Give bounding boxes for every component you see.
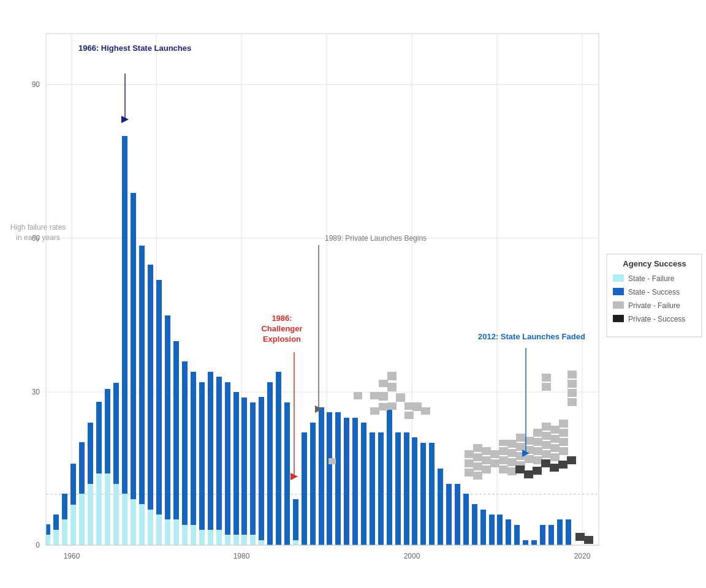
svg-rect-84 [335,412,341,545]
svg-rect-164 [525,455,534,463]
svg-rect-135 [404,412,414,419]
svg-text:1986:: 1986: [271,314,292,323]
svg-rect-174 [542,383,551,391]
svg-rect-25 [88,484,93,545]
svg-rect-28 [96,402,102,473]
svg-rect-158 [516,434,525,442]
svg-rect-54 [208,372,213,530]
svg-rect-113 [489,514,495,545]
svg-rect-59 [233,535,239,545]
svg-rect-106 [429,443,435,545]
svg-rect-138 [465,450,474,458]
svg-rect-68 [267,382,273,545]
svg-rect-21 [70,504,76,545]
svg-rect-130 [387,372,397,380]
svg-rect-132 [387,402,397,410]
svg-rect-41 [156,514,162,545]
svg-rect-168 [533,456,542,464]
svg-rect-171 [542,441,551,449]
svg-rect-20 [62,494,67,519]
svg-rect-23 [79,494,85,545]
svg-rect-51 [199,530,205,545]
svg-rect-179 [559,420,568,428]
svg-rect-176 [550,435,560,443]
svg-rect-88 [352,418,358,545]
svg-rect-24 [79,442,85,494]
svg-rect-153 [499,440,508,446]
svg-rect-30 [105,389,110,473]
svg-rect-37 [139,504,145,545]
svg-rect-40 [148,265,153,510]
svg-rect-64 [250,402,256,535]
svg-rect-66 [259,397,264,540]
svg-text:2000: 2000 [404,552,420,560]
svg-text:1966: Highest State Launches: 1966: Highest State Launches [78,43,191,53]
svg-rect-34 [122,136,127,494]
svg-rect-191 [550,464,559,472]
svg-rect-167 [533,447,542,455]
svg-rect-118 [531,540,537,545]
svg-rect-131 [387,383,397,391]
svg-rect-100 [404,432,409,545]
svg-rect-193 [567,456,576,464]
svg-rect-29 [105,473,110,545]
legend-private-failure: Private - Failure [628,301,680,310]
svg-rect-55 [216,530,222,545]
svg-rect-188 [524,470,533,478]
svg-rect-157 [507,467,517,475]
svg-rect-18 [53,514,59,530]
svg-rect-152 [499,466,508,473]
legend-title: Agency Success [623,259,686,268]
svg-text:1989: Private Launches Begins: 1989: Private Launches Begins [325,234,427,243]
svg-rect-170 [542,432,551,440]
svg-rect-145 [482,447,491,455]
svg-rect-192 [558,461,567,469]
svg-rect-156 [507,458,517,466]
svg-rect-125 [370,407,379,415]
svg-rect-112 [480,510,486,545]
svg-rect-147 [482,466,491,473]
svg-rect-180 [559,429,568,437]
svg-rect-218 [613,288,624,295]
svg-rect-98 [395,432,401,545]
svg-rect-49 [191,525,196,545]
svg-rect-123 [328,458,336,464]
svg-rect-80 [319,407,324,545]
svg-rect-19 [62,519,67,545]
svg-rect-172 [542,450,551,458]
svg-rect-124 [354,392,362,399]
svg-rect-94 [378,432,384,545]
svg-rect-151 [499,456,508,464]
svg-rect-219 [613,301,624,309]
svg-rect-142 [473,453,482,461]
svg-rect-36 [131,193,136,499]
svg-text:30: 30 [32,388,40,396]
svg-rect-22 [70,464,76,505]
svg-rect-42 [156,280,162,514]
svg-rect-120 [548,525,554,545]
svg-text:High failure rates: High failure rates [10,223,66,232]
svg-rect-86 [344,418,349,545]
svg-text:2012: State Launches Faded: 2012: State Launches Faded [478,332,585,341]
svg-rect-181 [559,438,568,446]
svg-text:Explosion: Explosion [263,334,301,344]
svg-rect-184 [567,380,577,388]
svg-text:90: 90 [32,80,40,89]
svg-rect-220 [613,315,624,322]
svg-rect-58 [225,382,230,535]
svg-rect-116 [514,525,520,545]
svg-rect-65 [259,540,264,545]
svg-rect-187 [515,466,525,473]
svg-rect-44 [165,315,170,519]
svg-rect-27 [96,473,102,545]
svg-rect-160 [516,452,525,460]
svg-rect-127 [379,380,388,387]
svg-rect-217 [613,274,624,282]
svg-rect-129 [379,403,388,410]
svg-text:1960: 1960 [64,552,80,560]
svg-rect-155 [507,449,517,457]
svg-rect-108 [446,484,452,545]
svg-text:in early years: in early years [16,233,59,242]
svg-rect-62 [241,398,247,535]
svg-rect-119 [540,525,545,545]
